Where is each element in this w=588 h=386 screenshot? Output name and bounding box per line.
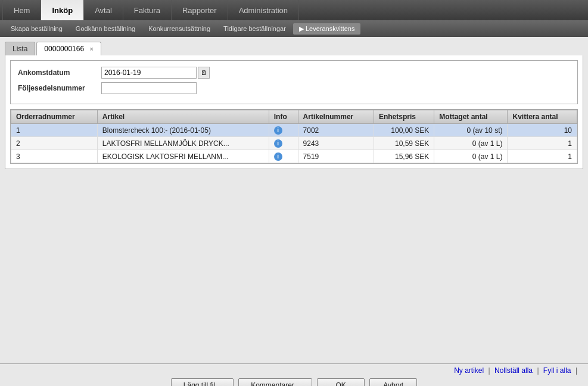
foljesedel-input[interactable]: [101, 82, 197, 94]
cell-orderrad: 2: [11, 137, 98, 150]
cell-artikelnummer: 9243: [298, 137, 374, 150]
nav-tab-administration[interactable]: Administration: [228, 0, 299, 20]
ankomst-input[interactable]: [101, 67, 197, 79]
ny-artikel-link[interactable]: Ny artikel: [454, 366, 484, 375]
separator-2: |: [537, 366, 539, 375]
col-info: Info: [269, 110, 298, 124]
info-icon[interactable]: i: [274, 152, 282, 161]
cell-enhetspris: 10,59 SEK: [374, 137, 434, 150]
tab-content: Ankomstdatum 🗓 Följesedelsnummer Orderra…: [5, 55, 583, 169]
separator-3: |: [575, 366, 577, 375]
cell-artikel: LAKTOSFRI MELLANMJÖLK DRYCK...: [97, 137, 269, 150]
sub-nav-skapa[interactable]: Skapa beställning: [5, 23, 69, 34]
button-row: Lägg till fil... Kommentarer... OK Avbry…: [6, 378, 582, 386]
sub-nav-bar: Skapa beställning Godkänn beställning Ko…: [0, 20, 588, 37]
main-content: Lista 0000000166 × Ankomstdatum 🗓 Följes…: [0, 37, 588, 363]
cell-mottaget: 0 (av 1 L): [434, 150, 508, 163]
info-icon[interactable]: i: [274, 139, 282, 148]
form-panel: Ankomstdatum 🗓 Följesedelsnummer: [10, 60, 578, 104]
foljesedel-label: Följesedelsnummer: [18, 84, 101, 92]
cell-artikelnummer: 7519: [298, 150, 374, 163]
content-inner: Ankomstdatum 🗓 Följesedelsnummer Orderra…: [5, 55, 583, 169]
separator-1: |: [489, 366, 490, 375]
cell-info: i: [269, 150, 298, 163]
sub-nav-godkann[interactable]: Godkänn beställning: [70, 23, 141, 34]
cell-kvittera[interactable]: 1: [508, 137, 577, 150]
bottom-bar: Ny artikel | Nollställ alla | Fyll i all…: [0, 363, 588, 386]
cell-kvittera[interactable]: 1: [508, 150, 577, 163]
cell-artikel: EKOLOGISK LAKTOSFRI MELLANM...: [97, 150, 269, 163]
lagg-till-button[interactable]: Lägg till fil...: [171, 378, 234, 386]
col-kvittera: Kvittera antal: [508, 110, 577, 124]
col-artikelnummer: Artikelnummer: [298, 110, 374, 124]
ok-button[interactable]: OK: [317, 378, 365, 386]
cell-artikelnummer: 7002: [298, 124, 374, 137]
col-orderrad: Orderradnummer: [11, 110, 98, 124]
calendar-button[interactable]: 🗓: [198, 67, 210, 79]
cell-enhetspris: 100,00 SEK: [374, 124, 434, 137]
fyll-i-alla-link[interactable]: Fyll i alla: [543, 366, 571, 375]
ankomst-row: Ankomstdatum 🗓: [18, 67, 570, 79]
order-table: Orderradnummer Artikel Info Artikelnumme…: [11, 110, 577, 163]
col-enhetspris: Enhetspris: [374, 110, 434, 124]
cell-enhetspris: 15,96 SEK: [374, 150, 434, 163]
nav-tab-rapporter[interactable]: Rapporter: [172, 0, 228, 20]
nav-tab-faktura[interactable]: Faktura: [123, 0, 172, 20]
cell-info: i: [269, 137, 298, 150]
foljesedel-row: Följesedelsnummer: [18, 82, 570, 94]
cell-info: i: [269, 124, 298, 137]
col-mottaget: Mottaget antal: [434, 110, 508, 124]
nav-tab-inkop[interactable]: Inköp: [41, 0, 84, 20]
cell-mottaget: 0 (av 10 st): [434, 124, 508, 137]
col-artikel: Artikel: [97, 110, 269, 124]
nav-tab-hem[interactable]: Hem: [2, 0, 41, 20]
sub-nav-tidigare[interactable]: Tidigare beställningar: [217, 23, 292, 34]
top-nav-bar: Hem Inköp Avtal Faktura Rapporter Admini…: [0, 0, 588, 20]
table-row[interactable]: 2 LAKTOSFRI MELLANMJÖLK DRYCK... i 9243 …: [11, 137, 577, 150]
action-links: Ny artikel | Nollställ alla | Fyll i all…: [6, 366, 582, 375]
cell-orderrad: 3: [11, 150, 98, 163]
nollstall-link[interactable]: Nollställ alla: [494, 366, 533, 375]
nav-tab-avtal[interactable]: Avtal: [84, 0, 123, 20]
cell-mottaget: 0 (av 1 L): [434, 137, 508, 150]
table-row[interactable]: 3 EKOLOGISK LAKTOSFRI MELLANM... i 7519 …: [11, 150, 577, 163]
cell-orderrad: 1: [11, 124, 98, 137]
cell-kvittera[interactable]: 10: [508, 124, 577, 137]
tab-close-icon[interactable]: ×: [89, 45, 93, 52]
avbryt-button[interactable]: Avbryt: [369, 378, 417, 386]
tab-order[interactable]: 0000000166 ×: [36, 42, 101, 55]
data-table-container: Orderradnummer Artikel Info Artikelnumme…: [10, 109, 578, 164]
cell-artikel: Blomstercheck 100:- (2016-01-05): [97, 124, 269, 137]
sub-nav-leverans[interactable]: ▶ Leveranskvittens: [293, 23, 361, 35]
table-row[interactable]: 1 Blomstercheck 100:- (2016-01-05) i 700…: [11, 124, 577, 137]
table-header-row: Orderradnummer Artikel Info Artikelnumme…: [11, 110, 577, 124]
info-icon[interactable]: i: [274, 126, 282, 135]
tab-lista[interactable]: Lista: [5, 42, 35, 55]
sub-nav-konkurrens[interactable]: Konkurrensutsättning: [142, 23, 216, 34]
ankomst-label: Ankomstdatum: [18, 69, 101, 77]
kommentarer-button[interactable]: Kommentarer...: [238, 378, 312, 386]
tab-bar: Lista 0000000166 ×: [5, 42, 583, 55]
